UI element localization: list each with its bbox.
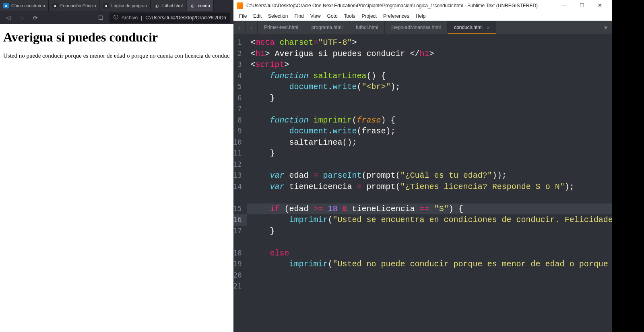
menu-goto[interactable]: Goto (324, 11, 341, 21)
tab-close-icon[interactable]: × (487, 25, 490, 31)
tab-label: condu (198, 3, 210, 8)
menu-find[interactable]: Find (291, 11, 307, 21)
editor-tab[interactable]: programa.html (305, 21, 349, 34)
line-number: 13 (233, 170, 247, 181)
browser-navbar: ◁ ▷ ⟳ ☐ ⓘ Archivo | C:/Users/Julia/Deskt… (0, 11, 233, 24)
line-number: 4 (233, 71, 247, 82)
back-icon[interactable]: ◁ (3, 13, 13, 23)
tab-nav-next-icon[interactable]: › (246, 21, 258, 34)
maximize-button[interactable]: ☐ (573, 0, 591, 11)
line-number (233, 237, 247, 248)
tab-nav-prev-icon[interactable]: ‹ (233, 21, 246, 34)
address-path: C:/Users/Julia/Desktop/Oracle%20On (145, 15, 226, 21)
line-number: 5 (233, 81, 247, 93)
browser-tab-active[interactable]: ◐ condu (187, 0, 214, 11)
sublime-tabbar: ‹ › Primer-test.html programa.html futbo… (233, 21, 612, 34)
tab-label: Lógica de progran (111, 3, 147, 8)
menu-project[interactable]: Project (359, 11, 380, 21)
browser-window: a Cómo construir u a Formación Princip a… (0, 0, 233, 332)
sublime-titlebar: C:\Users\Julia\Desktop\Oracle One Next E… (233, 0, 612, 11)
line-number-current: 16 (233, 214, 247, 226)
line-number: 20 (233, 270, 247, 281)
window-title: C:\Users\Julia\Desktop\Oracle One Next E… (246, 3, 552, 8)
minimize-button[interactable]: ― (555, 0, 573, 11)
address-bar[interactable]: ⓘ Archivo | C:/Users/Julia/Desktop/Oracl… (109, 12, 230, 23)
browser-tab[interactable]: a Formación Princip (49, 0, 100, 11)
address-separator: | (141, 15, 142, 21)
code-text[interactable]: <meta charset="UTF-8"> <h1> Averigua si … (247, 34, 612, 332)
line-number: 3 (233, 59, 247, 71)
editor-tab[interactable]: futbol.html (349, 21, 385, 34)
favicon-icon: a (52, 3, 58, 8)
editor-tab[interactable]: juego-adivinanzas.html (385, 21, 448, 34)
browser-viewport: Averigua si puedes conducir Usted no pue… (0, 24, 233, 66)
tab-label: futbol.html (356, 25, 378, 30)
line-gutter: 1 2 3 4 5 6 7 8 9 10 11 12 13 14 15 16 1… (233, 34, 247, 332)
editor-area[interactable]: 1 2 3 4 5 6 7 8 9 10 11 12 13 14 15 16 1… (233, 34, 612, 332)
bookmark-icon[interactable]: ☐ (96, 13, 105, 23)
line-number: 17 (233, 226, 247, 237)
line-number: 12 (233, 159, 247, 170)
line-number: 9 (233, 126, 247, 137)
editor-tab[interactable]: Primer-test.html (258, 21, 305, 34)
menu-tools[interactable]: Tools (341, 11, 359, 21)
browser-tab[interactable]: a Cómo construir u (0, 0, 49, 11)
page-heading: Averigua si puedes conducir (3, 30, 230, 45)
tab-label: futbol.html (162, 3, 183, 8)
favicon-icon: a (103, 3, 109, 8)
line-number: 18 (233, 248, 247, 259)
sublime-logo-icon (237, 2, 243, 9)
line-number: 14 (233, 181, 247, 193)
line-number: 15 (233, 203, 247, 215)
browser-tab[interactable]: a Lógica de progran (100, 0, 151, 11)
forward-icon[interactable]: ▷ (17, 13, 27, 23)
menu-selection[interactable]: Selection (265, 11, 291, 21)
reload-icon[interactable]: ⟳ (31, 13, 40, 23)
menu-preferences[interactable]: Preferences (380, 11, 413, 21)
tab-label: conducir.html (454, 25, 483, 30)
line-number: 7 (233, 104, 247, 115)
tab-label: programa.html (312, 25, 343, 30)
line-number: 1 (233, 37, 247, 48)
tab-label: Formación Princip (60, 3, 96, 8)
tab-dropdown-icon[interactable]: ▾ (600, 21, 612, 34)
tab-label: Cómo construir u (11, 3, 45, 8)
editor-tab-active[interactable]: conducir.html × (448, 21, 496, 34)
tab-label: Primer-test.html (264, 25, 298, 30)
info-icon: ⓘ (114, 14, 118, 21)
menu-view[interactable]: View (307, 11, 324, 21)
line-number: 11 (233, 148, 247, 159)
browser-tab-strip: a Cómo construir u a Formación Princip a… (0, 0, 233, 11)
window-controls: ― ☐ ✕ (555, 0, 609, 11)
line-number (233, 192, 247, 203)
favicon-icon: ◐ (154, 3, 160, 8)
menu-edit[interactable]: Edit (250, 11, 265, 21)
line-number: 2 (233, 48, 247, 60)
line-number: 8 (233, 115, 247, 126)
address-protocol: Archivo (122, 15, 138, 21)
favicon-icon: a (3, 3, 9, 8)
page-body-text: Usted no puede conducir porque es menor … (3, 52, 230, 60)
line-number: 19 (233, 259, 247, 270)
line-number: 6 (233, 93, 247, 104)
menu-file[interactable]: File (236, 11, 250, 21)
sublime-window: C:\Users\Julia\Desktop\Oracle One Next E… (233, 0, 612, 332)
browser-tab[interactable]: ◐ futbol.html (151, 0, 186, 11)
tab-label: juego-adivinanzas.html (391, 25, 441, 30)
sublime-menubar: File Edit Selection Find View Goto Tools… (233, 11, 612, 21)
close-button[interactable]: ✕ (591, 0, 609, 11)
favicon-icon: ◐ (190, 3, 196, 8)
line-number: 21 (233, 281, 247, 292)
menu-help[interactable]: Help (413, 11, 429, 21)
line-number: 10 (233, 137, 247, 148)
